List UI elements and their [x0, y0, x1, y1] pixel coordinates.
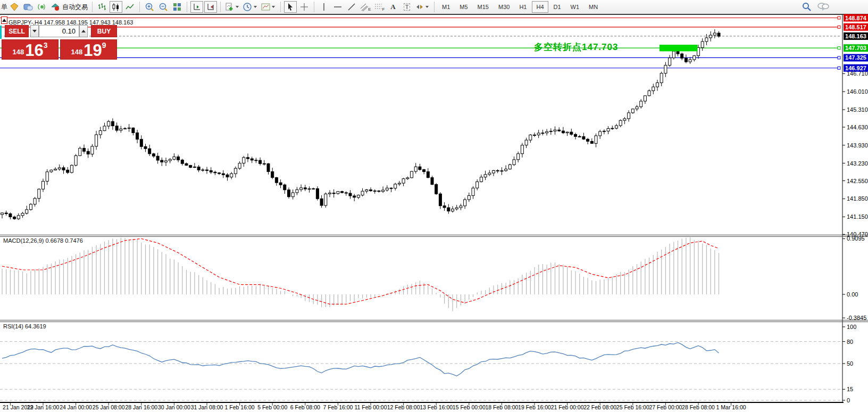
- triangle-up-icon: [81, 30, 86, 32]
- price-badge-label: 148.874: [845, 15, 867, 21]
- macd-tick-label: 0.9095: [847, 235, 865, 242]
- price-axis: 146.710146.010145.310144.630143.930143.2…: [842, 14, 868, 238]
- sell-price-big: 16: [25, 44, 43, 57]
- rsi-tick-label: 50: [847, 360, 853, 367]
- date-tick-label: 15 Feb 00:00: [453, 404, 486, 410]
- hline-handle[interactable]: [838, 26, 840, 28]
- price-badge-label: 148.517: [845, 24, 866, 30]
- chart-canvas[interactable]: 146.710146.010145.310144.630143.930143.2…: [0, 0, 868, 412]
- macd-indicator-label: MACD(12,26,9) 0.6678 0.7476: [3, 237, 83, 244]
- price-tick-label: 141.850: [847, 195, 868, 202]
- hline-handle[interactable]: [838, 17, 840, 19]
- time-axis: 21 Jan 201922 Jan 16:0024 Jan 00:0025 Ja…: [3, 403, 746, 410]
- volume-input[interactable]: 0.10: [39, 25, 79, 37]
- buy-price-prefix: 148: [71, 48, 83, 56]
- price-badge-label: 148.163: [845, 33, 866, 39]
- hline-handle[interactable]: [838, 47, 840, 50]
- macd-tick-label: -0.3845: [847, 315, 866, 321]
- date-tick-label: 18 Feb 08:00: [485, 404, 518, 410]
- date-tick-label: 22 Jan 16:00: [27, 404, 60, 410]
- sell-button[interactable]: SELL: [5, 25, 29, 37]
- date-tick-label: 5 Feb 00:00: [257, 404, 287, 410]
- price-tick-label: 143.930: [847, 142, 868, 149]
- sell-price-tile[interactable]: 148 16 3: [2, 39, 59, 60]
- volume-increase-button[interactable]: [79, 25, 88, 37]
- date-tick-label: 7 Feb 16:00: [323, 404, 353, 410]
- price-badge-label: 147.325: [845, 54, 866, 61]
- buy-price-big: 19: [84, 44, 102, 57]
- date-tick-label: 13 Feb 16:00: [420, 404, 453, 410]
- rsi-pane: 1008050150: [0, 324, 856, 403]
- date-tick-label: 19 Feb 16:00: [518, 404, 551, 410]
- sell-price-prefix: 148: [13, 48, 24, 56]
- buy-price-sup: 9: [102, 41, 106, 50]
- price-tick-label: 141.150: [847, 213, 868, 220]
- date-tick-label: 12 Feb 08:00: [387, 404, 420, 410]
- rsi-tick-label: 15: [847, 386, 853, 392]
- pivot-zone[interactable]: [660, 45, 698, 51]
- price-tick-label: 143.230: [847, 160, 868, 167]
- rsi-tick-label: 0: [847, 397, 850, 403]
- date-tick-label: 1 Feb 16:00: [225, 404, 255, 410]
- hline-handle[interactable]: [838, 56, 840, 59]
- rsi-indicator-label: RSI(14) 64.3619: [3, 323, 46, 329]
- price-badge-label: 147.703: [845, 45, 866, 51]
- rsi-line: [2, 342, 719, 376]
- macd-pane: 0.90950.00-0.3845: [2, 235, 866, 321]
- price-tick-label: 145.310: [847, 106, 868, 113]
- trading-platform-window: 单 自动交易 E F A T M1M5: [0, 0, 868, 412]
- date-tick-label: 25 Feb 16:00: [616, 404, 649, 410]
- volume-decrease-button[interactable]: [30, 25, 39, 37]
- date-tick-label: 1 Mar 16:00: [716, 404, 746, 410]
- macd-tick-label: 0.00: [847, 291, 858, 298]
- date-tick-label: 27 Feb 00:00: [649, 404, 682, 410]
- collapse-arrow-icon: [2, 19, 6, 22]
- buy-button[interactable]: BUY: [91, 25, 117, 37]
- sell-price-sup: 3: [44, 41, 48, 50]
- date-tick-label: 24 Jan 00:00: [60, 404, 92, 410]
- date-tick-label: 31 Jan 08:00: [191, 404, 223, 410]
- hline-handle[interactable]: [838, 67, 840, 69]
- date-tick-label: 28 Feb 08:00: [682, 404, 715, 410]
- date-tick-label: 6 Feb 08:00: [290, 404, 320, 410]
- rsi-tick-label: 100: [847, 324, 856, 330]
- date-tick-label: 11 Feb 00:00: [354, 404, 387, 410]
- rsi-tick-label: 80: [847, 339, 853, 345]
- one-click-trading-panel: SELL 0.10 BUY 148 16 3 148 19 9: [2, 25, 118, 60]
- price-tick-label: 144.630: [847, 124, 868, 130]
- date-tick-label: 21 Feb 00:00: [551, 404, 584, 410]
- panel-collapse-button[interactable]: [1, 17, 7, 24]
- price-tick-label: 146.010: [847, 88, 868, 95]
- date-tick-label: 25 Jan 08:00: [93, 404, 125, 410]
- triangle-down-icon: [32, 30, 37, 32]
- pivot-annotation: 多空转折点147.703: [534, 41, 618, 53]
- date-tick-label: 30 Jan 00:00: [158, 404, 190, 410]
- buy-price-tile[interactable]: 148 19 9: [60, 39, 117, 60]
- price-badge-label: 146.927: [845, 65, 866, 71]
- macd-signal-line: [2, 238, 719, 304]
- date-tick-label: 22 Feb 08:00: [583, 404, 616, 410]
- price-tick-label: 142.550: [847, 178, 868, 184]
- date-tick-label: 28 Jan 16:00: [125, 404, 157, 410]
